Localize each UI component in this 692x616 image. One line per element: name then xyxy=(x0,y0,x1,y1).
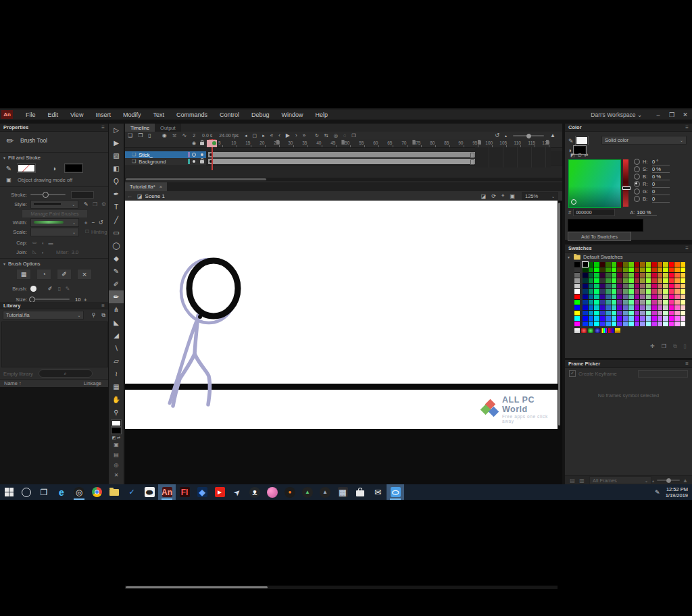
swatch[interactable] xyxy=(635,300,640,305)
step-back-icon[interactable]: ◂ xyxy=(245,133,247,138)
layer-status-ring[interactable] xyxy=(192,153,196,157)
swatch[interactable] xyxy=(612,262,617,267)
swatch[interactable] xyxy=(606,300,611,305)
name-column-header[interactable]: Name ↑ xyxy=(4,380,22,386)
gradient-swatch[interactable] xyxy=(601,328,607,333)
cortana-search[interactable] xyxy=(18,484,35,500)
swatch[interactable] xyxy=(574,289,580,294)
frame-picker-header[interactable]: Frame Picker≡ xyxy=(565,360,692,368)
swatch[interactable] xyxy=(574,322,580,326)
cap-none-icon[interactable]: ▭ xyxy=(30,240,39,245)
swatch[interactable] xyxy=(635,262,640,267)
frame-rate[interactable]: 24.00 fps xyxy=(219,133,239,138)
rectangle-tool[interactable]: ▭ xyxy=(109,226,124,239)
color-type-select[interactable]: Solid color⌄ xyxy=(601,136,687,145)
timeline-zoom-knob[interactable] xyxy=(526,134,531,138)
frame-span[interactable] xyxy=(208,152,475,157)
swatch[interactable] xyxy=(617,262,622,267)
swatch[interactable] xyxy=(606,311,611,315)
swatch[interactable] xyxy=(589,262,594,267)
color-radio[interactable] xyxy=(634,188,640,195)
swatch[interactable] xyxy=(635,294,640,299)
swatch[interactable] xyxy=(651,294,657,299)
swatch[interactable] xyxy=(623,273,628,278)
swatch[interactable] xyxy=(635,305,640,310)
swatch[interactable] xyxy=(583,322,588,326)
menu-item-commands[interactable]: Commands xyxy=(170,111,214,118)
swatch[interactable] xyxy=(646,300,651,305)
miter-value[interactable]: 3.0 xyxy=(72,249,78,255)
swatch[interactable] xyxy=(574,273,580,278)
triangle-app-gray[interactable]: ▲ xyxy=(316,484,334,500)
swatch[interactable] xyxy=(594,294,599,299)
swatch[interactable] xyxy=(617,311,622,315)
color-channel-value[interactable]: 0 xyxy=(652,181,670,188)
flip-range-icon[interactable]: ⇆ xyxy=(324,133,328,138)
swatch[interactable] xyxy=(669,311,674,315)
swatch[interactable] xyxy=(583,311,588,315)
swatch[interactable] xyxy=(623,284,628,288)
cap-square-icon[interactable]: ▬ xyxy=(47,240,55,245)
pen-tool[interactable]: ✒ xyxy=(109,188,124,201)
swatch[interactable] xyxy=(640,316,645,321)
swatch[interactable] xyxy=(646,322,651,326)
edge-browser[interactable]: e xyxy=(53,484,70,500)
swatch[interactable] xyxy=(651,278,657,283)
swatch[interactable] xyxy=(623,322,628,326)
swatch[interactable] xyxy=(658,322,663,326)
chrome-browser[interactable] xyxy=(88,484,105,500)
back-arrow-icon[interactable]: ← xyxy=(125,192,134,199)
swatch[interactable] xyxy=(663,311,668,315)
discord-app[interactable]: ᴥ xyxy=(246,484,264,500)
swatch[interactable] xyxy=(583,300,588,305)
gradient-transform-tool[interactable]: ◧ xyxy=(109,162,124,175)
panel-menu-icon[interactable]: ≡ xyxy=(101,303,105,309)
timeline-zoom-slider[interactable] xyxy=(513,135,544,136)
layer-row-stick[interactable]: ❏Stick_ xyxy=(125,151,206,158)
swatch[interactable] xyxy=(674,267,680,272)
swatch[interactable] xyxy=(663,267,668,272)
brush-tool[interactable]: ✏ xyxy=(109,290,124,303)
swatch[interactable] xyxy=(600,278,606,283)
library-header[interactable]: Library≡ xyxy=(0,302,108,309)
swatch[interactable] xyxy=(651,289,657,294)
swatch[interactable] xyxy=(681,273,686,278)
swatch[interactable] xyxy=(663,284,668,288)
swatch[interactable] xyxy=(583,294,588,299)
swatch[interactable] xyxy=(606,316,611,321)
timeline-zoom-in-icon[interactable]: ▲ xyxy=(550,132,555,138)
swatch[interactable] xyxy=(623,305,628,310)
swatch[interactable] xyxy=(594,289,599,294)
swatch[interactable] xyxy=(651,284,657,288)
panel-menu-icon[interactable]: ≡ xyxy=(685,361,689,367)
tool-option-1[interactable]: ▤ xyxy=(109,450,124,460)
start-button[interactable] xyxy=(0,484,18,500)
brush-option-button-0[interactable]: ▦ xyxy=(16,269,31,280)
step-forward-icon[interactable]: ▸ xyxy=(262,133,265,138)
swatch[interactable] xyxy=(640,278,645,283)
swatch[interactable] xyxy=(574,305,580,310)
swatch[interactable] xyxy=(663,316,668,321)
menu-item-control[interactable]: Control xyxy=(214,111,245,118)
swatch[interactable] xyxy=(658,294,663,299)
swatch[interactable] xyxy=(674,294,680,299)
swatch[interactable] xyxy=(640,305,645,310)
swatch[interactable] xyxy=(681,311,686,315)
zoom-app[interactable]: ⬭ xyxy=(387,484,404,500)
swatch[interactable] xyxy=(628,311,634,315)
swatch[interactable] xyxy=(658,289,663,294)
workspace-switcher[interactable]: Dan's Workspace ⌄ xyxy=(591,111,642,118)
input-pen-icon[interactable]: ✎ xyxy=(655,489,660,496)
camera-tool[interactable]: ▦ xyxy=(109,380,124,393)
width-profile-select[interactable]: ⌄ xyxy=(30,218,79,227)
swatch[interactable] xyxy=(669,316,674,321)
color-mini-default-icon[interactable]: ◩ xyxy=(570,153,575,158)
pencil-tool[interactable]: ✎ xyxy=(109,265,124,278)
lasso-tool[interactable]: Ϙ xyxy=(109,175,124,188)
swatch[interactable] xyxy=(583,284,588,288)
swatch[interactable] xyxy=(658,267,663,272)
menu-item-file[interactable]: File xyxy=(20,111,42,118)
minimize-button[interactable]: – xyxy=(651,111,665,118)
swatch[interactable] xyxy=(589,300,594,305)
clip-content-icon[interactable]: ▣ xyxy=(510,193,515,199)
